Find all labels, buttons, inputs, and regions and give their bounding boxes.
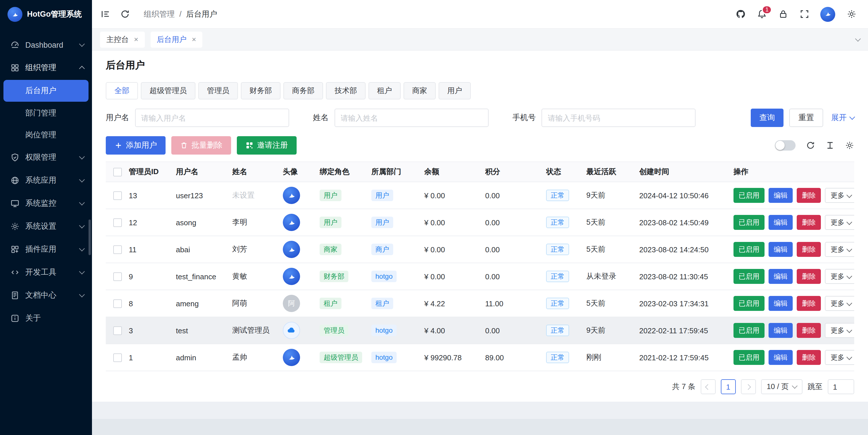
sidebar-item-system-monitor[interactable]: 系统监控 [0, 192, 92, 215]
more-button[interactable]: 更多 [825, 350, 854, 365]
more-label: 更多 [831, 218, 844, 227]
tabs-menu-chevron-icon[interactable] [856, 38, 860, 40]
delete-button[interactable]: 删除 [797, 269, 821, 284]
role-tab-finance[interactable]: 财务部 [241, 82, 281, 99]
enabled-button[interactable]: 已启用 [734, 323, 765, 338]
chevron-down-icon [846, 273, 852, 279]
sidebar-logo[interactable]: HotGo管理系统 [0, 0, 92, 29]
more-button[interactable]: 更多 [825, 188, 854, 203]
delete-button[interactable]: 删除 [797, 296, 821, 311]
page-size-select[interactable]: 10 / 页 [761, 379, 803, 394]
tab-backend-users[interactable]: 后台用户 × [150, 31, 202, 48]
role-tab-business[interactable]: 商务部 [283, 82, 323, 99]
sidebar-item-plugins[interactable]: 插件应用 [0, 238, 92, 261]
role-tab-user[interactable]: 用户 [439, 82, 471, 99]
sidebar-item-dashboard[interactable]: Dashboard [0, 33, 92, 56]
enabled-button[interactable]: 已启用 [734, 296, 765, 311]
enabled-button[interactable]: 已启用 [734, 188, 765, 203]
sidebar-item-system-apps[interactable]: 系统应用 [0, 169, 92, 192]
select-all-checkbox[interactable] [113, 167, 122, 176]
invite-register-button[interactable]: 邀请注册 [237, 136, 297, 155]
column-settings-gear-icon[interactable] [844, 141, 854, 150]
edit-button[interactable]: 编辑 [769, 188, 793, 203]
sidebar-item-departments[interactable]: 部门管理 [0, 102, 92, 124]
lock-icon[interactable] [778, 9, 788, 19]
sidebar-item-positions[interactable]: 岗位管理 [0, 124, 92, 146]
row-avatar [283, 187, 300, 204]
edit-button[interactable]: 编辑 [769, 242, 793, 257]
edit-button[interactable]: 编辑 [769, 350, 793, 365]
delete-button[interactable]: 删除 [797, 323, 821, 338]
sidebar-item-about[interactable]: 关于 [0, 307, 92, 330]
striped-toggle[interactable] [775, 140, 796, 151]
more-label: 更多 [831, 245, 844, 254]
role-tab-tech[interactable]: 技术部 [326, 82, 366, 99]
sidebar-item-dev-tools[interactable]: 开发工具 [0, 261, 92, 284]
row-height-icon[interactable] [825, 141, 835, 150]
delete-button[interactable]: 删除 [797, 350, 821, 365]
role-tab-merchant[interactable]: 商家 [404, 82, 436, 99]
more-button[interactable]: 更多 [825, 242, 854, 257]
jump-to-input[interactable] [828, 379, 854, 394]
delete-button[interactable]: 删除 [797, 188, 821, 203]
username-filter-input[interactable] [135, 108, 289, 127]
batch-delete-button[interactable]: 批量删除 [171, 136, 231, 155]
role-tab-all[interactable]: 全部 [106, 82, 138, 99]
reset-button[interactable]: 重置 [789, 108, 823, 127]
edit-button[interactable]: 编辑 [769, 296, 793, 311]
reload-table-icon[interactable] [805, 141, 815, 150]
more-button[interactable]: 更多 [825, 323, 854, 338]
name-filter-input[interactable] [334, 108, 488, 127]
expand-label: 展开 [831, 113, 847, 123]
row-checkbox[interactable] [113, 272, 122, 281]
current-page-button[interactable]: 1 [720, 379, 736, 394]
sidebar-item-system-settings[interactable]: 系统设置 [0, 215, 92, 238]
enabled-button[interactable]: 已启用 [734, 215, 765, 230]
more-button[interactable]: 更多 [825, 296, 854, 311]
row-checkbox[interactable] [113, 191, 122, 200]
sidebar-scrollbar[interactable] [89, 219, 91, 255]
expand-filters-link[interactable]: 展开 [831, 113, 854, 123]
user-avatar[interactable] [820, 7, 835, 22]
fullscreen-icon[interactable] [799, 9, 809, 19]
row-checkbox[interactable] [113, 245, 122, 254]
tab-close-icon[interactable]: × [192, 36, 196, 43]
prev-page-button[interactable] [701, 379, 715, 394]
phone-filter-input[interactable] [541, 108, 695, 127]
batch-delete-label: 批量删除 [191, 140, 222, 151]
enabled-button[interactable]: 已启用 [734, 350, 765, 365]
role-tab-admin[interactable]: 管理员 [198, 82, 238, 99]
add-user-button[interactable]: 添加用户 [106, 136, 165, 155]
notifications-bell-icon[interactable]: 1 [756, 9, 767, 19]
app-title: HotGo管理系统 [27, 9, 82, 20]
more-button[interactable]: 更多 [825, 269, 854, 284]
breadcrumb-parent[interactable]: 组织管理 [144, 9, 175, 19]
tab-dashboard[interactable]: 主控台 × [100, 31, 145, 48]
sidebar-item-docs[interactable]: 文档中心 [0, 284, 92, 307]
role-tab-super-admin[interactable]: 超级管理员 [141, 82, 195, 99]
sidebar-item-label: 权限管理 [25, 152, 74, 163]
role-tab-tenant[interactable]: 租户 [369, 82, 401, 99]
row-checkbox[interactable] [113, 299, 122, 308]
sidebar-item-org[interactable]: 组织管理 [0, 56, 92, 79]
menu-fold-icon[interactable] [100, 9, 111, 19]
row-checkbox[interactable] [113, 326, 122, 335]
sidebar-item-permissions[interactable]: 权限管理 [0, 146, 92, 169]
sidebar-item-backend-users[interactable]: 后台用户 [3, 80, 89, 102]
settings-gear-icon[interactable] [846, 9, 857, 19]
row-checkbox[interactable] [113, 218, 122, 227]
enabled-button[interactable]: 已启用 [734, 242, 765, 257]
github-icon[interactable] [735, 9, 746, 19]
delete-button[interactable]: 删除 [797, 215, 821, 230]
enabled-button[interactable]: 已启用 [734, 269, 765, 284]
next-page-button[interactable] [741, 379, 755, 394]
tab-close-icon[interactable]: × [134, 36, 138, 43]
edit-button[interactable]: 编辑 [769, 215, 793, 230]
refresh-icon[interactable] [120, 9, 130, 19]
edit-button[interactable]: 编辑 [769, 323, 793, 338]
query-button[interactable]: 查询 [751, 108, 783, 127]
delete-button[interactable]: 删除 [797, 242, 821, 257]
more-button[interactable]: 更多 [825, 215, 854, 230]
edit-button[interactable]: 编辑 [769, 269, 793, 284]
row-checkbox[interactable] [113, 353, 122, 362]
